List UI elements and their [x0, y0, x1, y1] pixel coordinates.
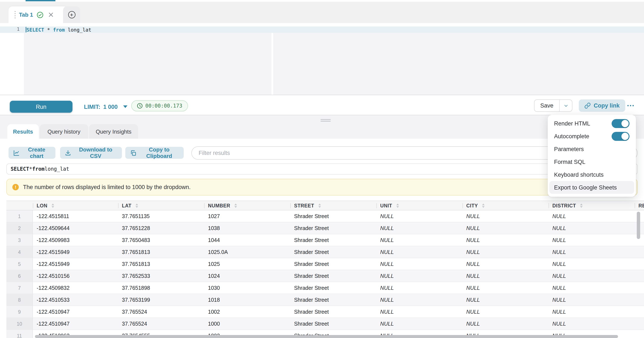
row-number: 10	[6, 318, 33, 329]
save-button[interactable]: Save	[534, 100, 560, 111]
action-label: Copy to Clipboard	[139, 146, 179, 159]
column-header-lon[interactable]: LON	[33, 201, 118, 210]
plus-circle-icon: +	[68, 11, 75, 18]
menu-item-autocomplete[interactable]: Autocomplete	[550, 130, 634, 142]
copy-link-button[interactable]: Copy link	[579, 99, 625, 112]
cell: NULL	[462, 210, 548, 222]
menu-item-render-html[interactable]: Render HTML	[550, 117, 634, 130]
tab-tab1[interactable]: Tab 1	[8, 7, 68, 23]
table-row: 10-122.451094737.7655241000Shrader Stree…	[6, 318, 644, 330]
column-divider[interactable]	[118, 203, 118, 208]
menu-item-label: Autocomplete	[554, 133, 589, 139]
close-icon[interactable]	[48, 12, 53, 17]
table-row: 5-122.451594937.76518131025Shrader Stree…	[6, 258, 644, 270]
cell: Shrader Street	[290, 294, 376, 305]
sort-icon[interactable]	[482, 203, 485, 208]
column-header-number[interactable]: NUMBER	[204, 201, 290, 210]
toggle-switch-autocomplete-on[interactable]	[612, 132, 630, 141]
column-divider[interactable]	[634, 203, 635, 208]
cell: NULL	[548, 210, 634, 222]
cell: Shrader Street	[290, 306, 376, 317]
save-options-button[interactable]	[560, 100, 572, 111]
create-chart-button[interactable]: Create chart	[8, 147, 56, 159]
cell	[634, 282, 644, 294]
column-header-unit[interactable]: UNIT	[376, 201, 462, 210]
warning-text: The number of rows displayed is limited …	[23, 184, 190, 190]
menu-item-format-sql[interactable]: Format SQL	[550, 155, 634, 168]
check-circle-icon	[36, 11, 43, 18]
sort-icon[interactable]	[136, 203, 138, 208]
more-options-button[interactable]	[624, 101, 637, 110]
splitter-handle[interactable]	[320, 119, 331, 122]
column-divider[interactable]	[376, 203, 377, 208]
cell: -122.4509832	[33, 282, 118, 294]
column-label: LON	[37, 203, 47, 208]
sql-keyword: from	[53, 27, 65, 33]
cell: 1030	[204, 282, 290, 294]
row-number: 6	[6, 270, 33, 282]
download-to-csv-button[interactable]: Download to CSV	[60, 147, 122, 159]
sort-icon[interactable]	[580, 203, 583, 208]
cell: NULL	[376, 270, 462, 282]
column-divider[interactable]	[204, 203, 204, 208]
column-header-city[interactable]: CITY	[462, 201, 548, 210]
copy-to-clipboard-button[interactable]: Copy to Clipboard	[125, 147, 184, 159]
sort-icon[interactable]	[396, 203, 399, 208]
menu-item-parameters[interactable]: Parameters	[550, 142, 634, 155]
sql-code-line[interactable]: SELECT * from long_lat	[26, 27, 92, 33]
column-header-district[interactable]: DISTRICT	[548, 201, 634, 210]
column-divider[interactable]	[462, 203, 463, 208]
cell: NULL	[376, 318, 462, 329]
cell: 37.7650483	[118, 234, 204, 246]
cell	[634, 330, 644, 338]
column-header-lat[interactable]: LAT	[118, 201, 204, 210]
column-divider[interactable]	[548, 203, 549, 208]
column-label: LAT	[122, 203, 132, 208]
limit-dropdown[interactable]: LIMIT: 1 000	[84, 101, 128, 113]
sort-icon[interactable]	[318, 203, 321, 208]
cell: 37.7651813	[118, 258, 204, 270]
cell: -122.4515949	[33, 258, 118, 270]
download-icon	[65, 149, 71, 156]
sort-icon[interactable]	[235, 203, 237, 208]
toggle-switch-render-html-on[interactable]	[612, 119, 630, 128]
cell: NULL	[548, 282, 634, 294]
sql-text: *	[29, 166, 32, 172]
add-tab-button[interactable]: +	[63, 7, 80, 23]
column-label: UNIT	[380, 203, 392, 208]
cell: -122.4510533	[33, 294, 118, 305]
table-row: 1-122.451581137.76511351027Shrader Stree…	[6, 210, 644, 222]
column-header-re[interactable]: RE	[634, 201, 644, 210]
horizontal-scrollbar[interactable]	[35, 335, 618, 338]
limit-value: 1 000	[103, 103, 118, 110]
editor-pane-divider[interactable]	[272, 33, 273, 95]
tab-label: Tab 1	[19, 12, 33, 18]
limit-label: LIMIT:	[84, 103, 100, 110]
sort-icon[interactable]	[52, 203, 54, 208]
row-number: 4	[6, 246, 33, 258]
menu-item-export-to-google-sheets[interactable]: Export to Google Sheets	[550, 181, 634, 194]
vertical-scrollbar[interactable]	[637, 212, 640, 239]
drag-handle-icon[interactable]	[14, 11, 16, 19]
editor-empty-area[interactable]	[24, 33, 644, 95]
menu-item-label: Keyboard shortcuts	[554, 171, 604, 178]
row-number-header	[6, 201, 33, 210]
sql-editor[interactable]: 1 SELECT * from long_lat	[0, 23, 644, 95]
column-header-street[interactable]: STREET	[290, 201, 376, 210]
menu-item-keyboard-shortcuts[interactable]: Keyboard shortcuts	[550, 168, 634, 181]
run-button[interactable]: Run	[10, 101, 72, 113]
column-divider[interactable]	[33, 203, 33, 208]
tab-results[interactable]: Results	[7, 124, 39, 139]
cell: 37.765524	[118, 306, 204, 317]
column-divider[interactable]	[290, 203, 291, 208]
tab-query-history[interactable]: Query history	[40, 124, 88, 139]
cell: 1044	[204, 234, 290, 246]
table-row: 2-122.450964437.76512281038Shrader Stree…	[6, 222, 644, 234]
row-number: 3	[6, 234, 33, 246]
menu-item-label: Format SQL	[554, 158, 586, 165]
tab-query-insights[interactable]: Query Insights	[89, 124, 138, 139]
clipboard-icon	[130, 149, 136, 156]
cell: 37.7651898	[118, 282, 204, 294]
menu-item-label: Parameters	[554, 146, 584, 152]
column-label: RE	[638, 203, 644, 208]
